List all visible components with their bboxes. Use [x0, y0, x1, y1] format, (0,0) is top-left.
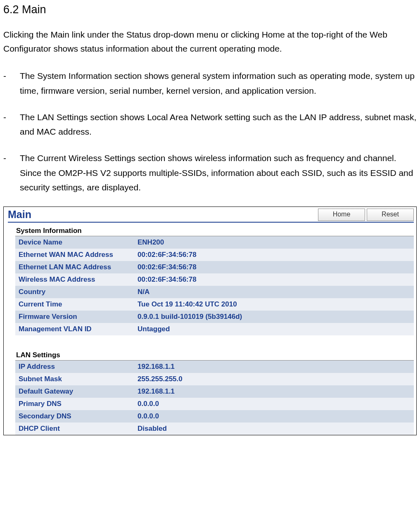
- section-heading: 6.2 Main: [3, 3, 417, 16]
- row-value: 0.0.0.0: [134, 410, 414, 423]
- reset-button[interactable]: Reset: [367, 209, 414, 221]
- table-row: Default Gateway192.168.1.1: [15, 385, 414, 398]
- title-underline: [8, 222, 414, 223]
- home-button[interactable]: Home: [318, 209, 365, 221]
- table-row: DHCP ClientDisabled: [15, 423, 414, 435]
- row-value: Tue Oct 19 11:40:42 UTC 2010: [134, 298, 414, 311]
- row-label: Device Name: [15, 236, 134, 249]
- table-row: Device NameENH200: [15, 236, 414, 249]
- row-label: Subnet Mask: [15, 373, 134, 385]
- row-value: N/A: [134, 286, 414, 298]
- row-value: Disabled: [134, 423, 414, 435]
- table-row: Secondary DNS0.0.0.0: [15, 410, 414, 423]
- list-item: - The LAN Settings section shows Local A…: [3, 110, 417, 139]
- table-row: Firmware Version0.9.0.1 build-101019 (5b…: [15, 311, 414, 323]
- row-label: Firmware Version: [15, 311, 134, 323]
- table-row: IP Address192.168.1.1: [15, 361, 414, 373]
- row-value: 192.168.1.1: [134, 361, 414, 373]
- panel-header: Main Home Reset: [4, 207, 416, 221]
- row-value: ENH200: [134, 236, 414, 249]
- table-row: Management VLAN IDUntagged: [15, 323, 414, 335]
- intro-paragraph: Clicking the Main link under the Status …: [3, 28, 417, 55]
- table-row: Ethernet LAN MAC Address00:02:6F:34:56:7…: [15, 261, 414, 273]
- row-label: DHCP Client: [15, 423, 134, 435]
- row-value: 00:02:6F:34:56:78: [134, 249, 414, 261]
- row-value: 00:02:6F:34:56:78: [134, 273, 414, 286]
- row-value: 192.168.1.1: [134, 385, 414, 398]
- bullet-marker: -: [3, 151, 20, 195]
- lan-settings-heading: LAN Settings: [15, 350, 414, 360]
- row-label: Country: [15, 286, 134, 298]
- table-row: Ethernet WAN MAC Address00:02:6F:34:56:7…: [15, 249, 414, 261]
- row-label: Primary DNS: [15, 398, 134, 410]
- row-label: Current Time: [15, 298, 134, 311]
- bullet-text: The System Information section shows gen…: [20, 69, 417, 98]
- lan-settings-table: IP Address192.168.1.1 Subnet Mask255.255…: [15, 361, 414, 435]
- table-row: CountryN/A: [15, 286, 414, 298]
- row-label: Ethernet LAN MAC Address: [15, 261, 134, 273]
- row-label: Management VLAN ID: [15, 323, 134, 335]
- bullet-text: The LAN Settings section shows Local Are…: [20, 110, 417, 139]
- row-value: 0.9.0.1 build-101019 (5b39146d): [134, 311, 414, 323]
- row-label: IP Address: [15, 361, 134, 373]
- header-buttons: Home Reset: [318, 208, 414, 221]
- bullet-list: - The System Information section shows g…: [3, 69, 417, 195]
- bullet-text: The Current Wireless Settings section sh…: [20, 151, 417, 195]
- list-item: - The System Information section shows g…: [3, 69, 417, 98]
- system-information-table: Device NameENH200 Ethernet WAN MAC Addre…: [15, 236, 414, 335]
- system-information-heading: System Information: [15, 226, 414, 236]
- row-value: 00:02:6F:34:56:78: [134, 261, 414, 273]
- row-value: Untagged: [134, 323, 414, 335]
- page-title: Main: [8, 208, 31, 221]
- table-row: Wireless MAC Address00:02:6F:34:56:78: [15, 273, 414, 286]
- row-label: Wireless MAC Address: [15, 273, 134, 286]
- row-value: 255.255.255.0: [134, 373, 414, 385]
- row-label: Ethernet WAN MAC Address: [15, 249, 134, 261]
- list-item: - The Current Wireless Settings section …: [3, 151, 417, 195]
- row-label: Default Gateway: [15, 385, 134, 398]
- config-panel-screenshot: Main Home Reset System Information Devic…: [3, 207, 417, 435]
- bullet-marker: -: [3, 110, 20, 139]
- table-row: Current TimeTue Oct 19 11:40:42 UTC 2010: [15, 298, 414, 311]
- table-row: Subnet Mask255.255.255.0: [15, 373, 414, 385]
- row-label: Secondary DNS: [15, 410, 134, 423]
- table-row: Primary DNS0.0.0.0: [15, 398, 414, 410]
- row-value: 0.0.0.0: [134, 398, 414, 410]
- bullet-marker: -: [3, 69, 20, 98]
